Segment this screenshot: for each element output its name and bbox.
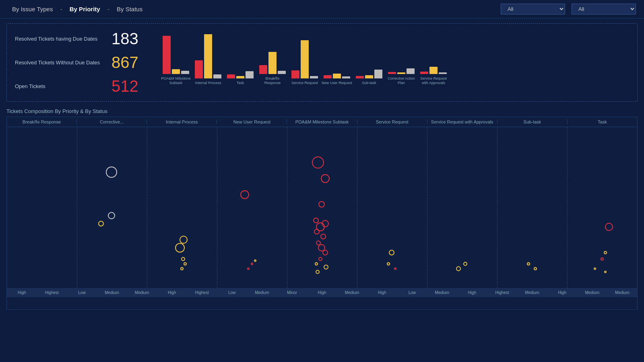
bar xyxy=(246,71,254,78)
bubble-yellow xyxy=(456,266,461,271)
bars xyxy=(291,30,318,78)
bars xyxy=(324,30,350,78)
x-axis-item: Medium xyxy=(607,290,638,295)
bar xyxy=(342,76,350,78)
bubble-yellow xyxy=(389,250,394,255)
bubble-red xyxy=(321,174,330,183)
stat-row-open-tickets: Open Tickets 512 xyxy=(15,77,152,95)
bar-label: Break/fix Response xyxy=(257,76,288,85)
bubble-white xyxy=(108,212,115,219)
bar-group: Corrective Action Plan xyxy=(385,26,417,85)
scatter-container: Break/fix ResponseCorrective...Internal … xyxy=(6,117,638,310)
bubble-red xyxy=(247,267,250,270)
bubble-yellow xyxy=(463,262,467,266)
scatter-section: Tickets Composition By Priority & By Sta… xyxy=(6,107,638,310)
bar xyxy=(291,70,299,78)
x-axis-item: Minor xyxy=(277,290,307,295)
x-axis-item: High xyxy=(457,290,487,295)
bar-label: Corrective Action Plan xyxy=(388,76,415,85)
bubble-yellow xyxy=(254,259,256,262)
x-axis-item: Medium xyxy=(517,290,547,295)
bar xyxy=(227,74,235,78)
bubble-red xyxy=(394,267,396,270)
bar xyxy=(172,69,180,74)
header-controls: All All xyxy=(501,4,636,14)
scatter-col-header: Service Request with Approvals xyxy=(427,119,497,124)
bars xyxy=(388,26,415,74)
bubble-red xyxy=(313,218,319,223)
bar-group: Break/fix Response xyxy=(256,26,289,85)
bar xyxy=(204,34,212,78)
bubble-yellow xyxy=(98,221,104,226)
tab-by-issue-types[interactable]: By Issue Types xyxy=(8,3,57,15)
bubble-red xyxy=(601,257,604,261)
scatter-col-header: Sub-task xyxy=(497,119,568,124)
bars xyxy=(227,30,254,78)
bubble-yellow xyxy=(315,262,318,265)
x-axis-item: Medium xyxy=(247,290,277,295)
bubble-yellow xyxy=(184,262,187,265)
x-axis-item: Medium xyxy=(427,290,457,295)
open-tickets-value: 512 xyxy=(111,77,144,95)
open-tickets-label: Open Tickets xyxy=(15,83,103,89)
x-axis-item: High xyxy=(307,290,337,295)
bar xyxy=(259,65,267,74)
bar xyxy=(181,71,189,74)
x-axis-item: High xyxy=(7,290,37,295)
stat-row-resolved-without-due: Resolved Tickets Without Due Dates 867 xyxy=(15,53,152,72)
select-year[interactable]: All xyxy=(572,4,636,14)
nav-sep-1: - xyxy=(60,6,62,13)
scatter-col-header: Internal Process xyxy=(147,119,217,124)
scatter-col-header: Task xyxy=(568,119,637,124)
bar xyxy=(333,74,341,78)
bubble-yellow xyxy=(180,236,188,244)
scatter-divider xyxy=(217,127,217,288)
resolved-without-due-value: 867 xyxy=(111,53,144,72)
tab-by-priority[interactable]: By Priority xyxy=(66,3,104,15)
scatter-col-headers: Break/fix ResponseCorrective...Internal … xyxy=(7,117,637,127)
bar xyxy=(213,74,221,78)
tab-by-status[interactable]: By Status xyxy=(113,3,147,15)
bar xyxy=(388,72,396,74)
bar-label: Task xyxy=(237,81,244,85)
bar-label: Sub-task xyxy=(362,81,376,85)
bubble-red xyxy=(314,229,320,234)
x-axis-item: Medium xyxy=(337,290,367,295)
bubble-red xyxy=(240,190,249,199)
bars xyxy=(195,30,221,78)
resolved-without-due-label: Resolved Tickets Without Due Dates xyxy=(15,60,103,66)
bubble-white xyxy=(106,167,117,178)
bar-label: Internal Process xyxy=(195,81,221,85)
bubble-yellow xyxy=(181,257,185,261)
scatter-title: Tickets Composition By Priority & By Sta… xyxy=(6,107,638,117)
resolved-with-due-label: Resolved Tickets having Due Dates xyxy=(15,36,103,42)
bars xyxy=(163,26,189,74)
bar-group: Service Request xyxy=(289,30,321,85)
bar-group: Internal Process xyxy=(192,30,224,85)
nav-sep-2: - xyxy=(107,6,109,13)
summary-stats: Resolved Tickets having Due Dates 183 Re… xyxy=(15,30,152,95)
bar xyxy=(439,72,447,74)
bar-label: Service Request xyxy=(291,81,318,85)
scatter-divider xyxy=(497,127,497,288)
scatter-divider xyxy=(357,127,357,288)
scatter-divider xyxy=(77,127,77,288)
bubble-red xyxy=(312,156,324,169)
bar xyxy=(278,71,286,74)
bar xyxy=(397,72,405,74)
x-axis-item: Highest xyxy=(487,290,517,295)
bubble-red xyxy=(320,234,326,239)
bar xyxy=(236,76,244,78)
bar-group: Sub-task xyxy=(353,30,385,85)
bar xyxy=(356,76,364,78)
x-axis-item: Low xyxy=(397,290,427,295)
select-issue-type[interactable]: All xyxy=(501,4,565,14)
bar-label: New User Request xyxy=(322,81,352,85)
scatter-divider xyxy=(287,127,287,288)
bar xyxy=(301,40,309,78)
scatter-col-header: Break/fix Response xyxy=(7,119,77,124)
bubble-yellow xyxy=(175,243,185,253)
scatter-col-header: Service Request xyxy=(357,119,427,124)
summary-panel: Resolved Tickets having Due Dates 183 Re… xyxy=(6,23,638,102)
bubble-red xyxy=(251,263,253,265)
